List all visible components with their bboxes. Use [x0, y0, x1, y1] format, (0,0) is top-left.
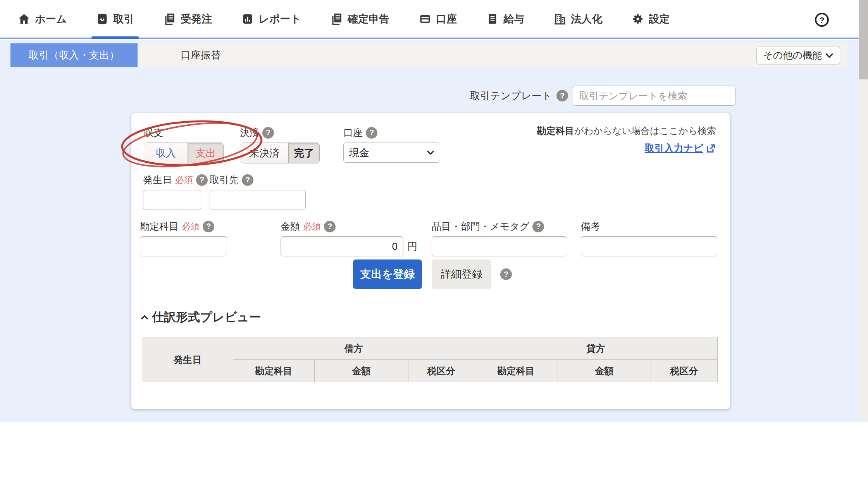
date-group: 発生日 必須 ? — [143, 174, 208, 210]
journal-preview-table: 発生日 借方 貸方 勘定科目 金額 税区分 勘定科目 金額 税区分 — [142, 337, 718, 382]
account-select[interactable]: 現金 — [343, 143, 440, 163]
help-icon[interactable]: ? — [814, 12, 830, 27]
category-group: 勘定科目 必須 ? — [140, 220, 227, 256]
payroll-icon — [486, 13, 499, 25]
question-icon[interactable]: ? — [366, 127, 377, 139]
register-expense-button[interactable]: 支出を登録 — [353, 259, 422, 289]
incorporation-icon — [554, 13, 566, 25]
nav-item-bank-accounts[interactable]: 口座 — [417, 0, 459, 38]
tab-bar: 取引（収入・支出） 口座振替 その他の機能 — [10, 43, 847, 67]
settlement-toggle: 未決済 完了 — [240, 143, 320, 163]
memo-input[interactable] — [581, 236, 717, 256]
tags-input[interactable] — [432, 236, 567, 256]
gear-icon — [632, 13, 644, 25]
journal-preview-toggle[interactable]: 仕訳形式プレビュー — [141, 309, 261, 325]
col-header-account: 勘定科目 — [474, 360, 558, 382]
currency-unit: 円 — [407, 240, 417, 253]
scrollbar-thumb[interactable] — [859, 0, 868, 79]
nav-item-settings[interactable]: 設定 — [629, 0, 672, 38]
detail-register-button[interactable]: 詳細登録 — [432, 259, 491, 289]
required-badge: 必須 — [303, 220, 321, 232]
memo-label: 備考 — [581, 220, 717, 233]
settled-button[interactable]: 完了 — [288, 143, 319, 163]
amount-label: 金額 必須 ? — [281, 220, 417, 233]
nav-label: 受発注 — [181, 12, 212, 26]
question-icon[interactable]: ? — [556, 90, 568, 101]
chevron-down-icon — [825, 53, 834, 58]
settlement-label: 決済 ? — [240, 126, 320, 139]
question-icon[interactable]: ? — [196, 174, 208, 186]
col-header-amount: 金額 — [558, 360, 651, 382]
template-search-input[interactable] — [573, 86, 735, 106]
template-search-row: 取引テンプレート ? — [470, 86, 735, 106]
category-input[interactable] — [140, 236, 227, 256]
category-label: 勘定科目 必須 ? — [140, 220, 227, 233]
reports-icon — [241, 13, 254, 25]
app-page: ホーム 取引 受発注 レポート — [0, 0, 868, 488]
amount-group: 金額 必須 ? 円 — [281, 220, 417, 256]
balance-label: 収支 — [144, 126, 224, 139]
col-header-debit: 借方 — [233, 337, 474, 360]
nav-item-transactions[interactable]: 取引 — [94, 0, 136, 38]
expense-button[interactable]: 支出 — [188, 143, 223, 163]
question-icon[interactable]: ? — [500, 268, 512, 280]
settlement-group: 決済 ? 未決済 完了 — [240, 126, 320, 163]
more-functions-label: その他の機能 — [763, 49, 822, 62]
col-header-credit: 貸方 — [474, 337, 718, 360]
col-header-tax: 税区分 — [651, 360, 718, 382]
template-search-label: 取引テンプレート — [470, 89, 552, 103]
transaction-navi-link[interactable]: 取引入力ナビ — [645, 142, 703, 155]
nav-label: 口座 — [436, 12, 457, 26]
nav-item-home[interactable]: ホーム — [16, 0, 69, 38]
category-hint: 勘定科目がわからない場合はここから検索 取引入力ナビ — [537, 125, 716, 155]
question-icon[interactable]: ? — [324, 221, 336, 232]
nav-item-incorporation[interactable]: 法人化 — [551, 0, 604, 38]
tags-label: 品目・部門・メモタグ ? — [432, 220, 567, 233]
question-icon[interactable]: ? — [262, 127, 274, 139]
category-hint-text: 勘定科目がわからない場合はここから検索 — [537, 125, 716, 137]
tags-group: 品目・部門・メモタグ ? — [432, 220, 567, 256]
question-icon[interactable]: ? — [242, 174, 253, 186]
question-icon[interactable]: ? — [532, 221, 544, 232]
external-link-icon — [705, 143, 716, 154]
nav-item-payroll[interactable]: 給与 — [484, 0, 527, 38]
nav-label: 法人化 — [571, 12, 602, 26]
balance-toggle: 収入 支出 — [144, 143, 224, 163]
required-badge: 必須 — [175, 174, 193, 186]
tab-account-transfer[interactable]: 口座振替 — [138, 43, 264, 67]
bank-accounts-icon — [419, 13, 431, 25]
journal-preview-title: 仕訳形式プレビュー — [152, 309, 261, 325]
nav-label: 取引 — [113, 12, 134, 26]
nav-item-reports[interactable]: レポート — [239, 0, 303, 38]
svg-text:?: ? — [820, 15, 825, 24]
partner-label: 取引先 ? — [210, 174, 306, 186]
date-input[interactable] — [143, 190, 201, 210]
question-icon[interactable]: ? — [203, 221, 214, 232]
partner-input[interactable] — [210, 190, 306, 210]
nav-item-tax-return[interactable]: 確定申告 — [328, 0, 392, 38]
nav-items: ホーム 取引 受発注 レポート — [16, 0, 672, 38]
top-nav: ホーム 取引 受発注 レポート — [0, 0, 859, 39]
required-badge: 必須 — [182, 220, 200, 232]
nav-label: ホーム — [35, 12, 67, 26]
tab-label: 口座振替 — [181, 48, 221, 62]
more-functions-button[interactable]: その他の機能 — [756, 46, 840, 64]
vertical-scrollbar[interactable] — [859, 0, 868, 422]
home-icon — [18, 13, 30, 25]
income-button[interactable]: 収入 — [144, 143, 188, 163]
transactions-icon — [96, 13, 108, 25]
tab-transactions[interactable]: 取引（収入・支出） — [10, 43, 138, 67]
nav-label: レポート — [258, 12, 301, 26]
chevron-up-icon — [141, 315, 148, 320]
col-header-tax: 税区分 — [408, 360, 474, 382]
unsettled-button[interactable]: 未決済 — [240, 143, 288, 163]
col-header-date: 発生日 — [142, 337, 233, 382]
nav-label: 給与 — [503, 12, 524, 26]
balance-group: 収支 収入 支出 — [144, 126, 224, 163]
main-content: 取引（収入・支出） 口座振替 その他の機能 取引テンプレート ? 収支 — [0, 40, 859, 422]
tax-return-icon — [331, 13, 343, 25]
account-group: 口座 ? 現金 — [343, 126, 440, 163]
nav-item-orders[interactable]: 受発注 — [161, 0, 214, 38]
memo-group: 備考 — [581, 220, 717, 256]
amount-input[interactable] — [281, 236, 403, 256]
